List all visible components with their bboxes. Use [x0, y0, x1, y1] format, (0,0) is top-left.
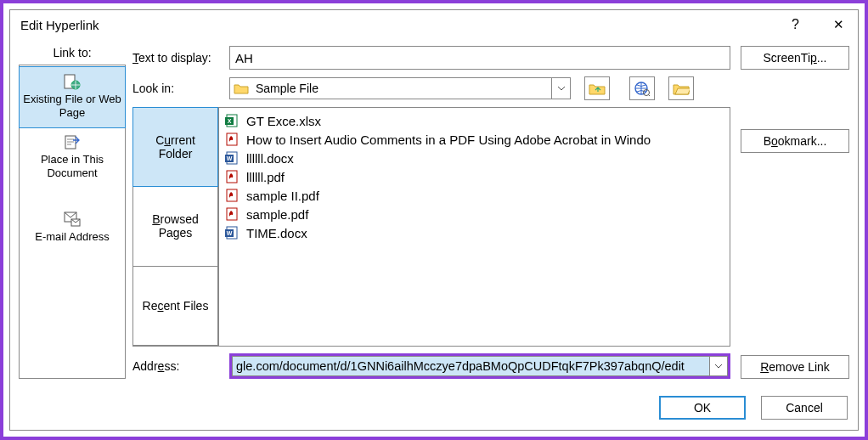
svg-text:W: W — [227, 230, 233, 236]
up-folder-icon — [589, 82, 606, 95]
screentip-button[interactable]: ScreenTip... — [741, 46, 849, 70]
file-list-item[interactable]: XGT Exce.xlsx — [224, 111, 724, 130]
linkto-item-label: E-mail Address — [35, 230, 109, 244]
dialog-title: Edit Hyperlink — [20, 18, 99, 32]
file-name: TIME.docx — [246, 226, 307, 240]
xlsx-file-icon: X — [224, 113, 240, 128]
docx-file-icon: W — [224, 225, 240, 240]
file-name: How to Insert Audio Comments in a PDF Us… — [246, 133, 651, 147]
linkto-item-label: Existing File or Web Page — [21, 93, 123, 119]
address-row: Address: — [132, 353, 730, 379]
window-controls: ? ✕ — [785, 14, 851, 36]
linkto-existing-file[interactable]: Existing File or Web Page — [19, 66, 126, 128]
pdf-file-icon — [224, 169, 240, 184]
open-folder-icon — [673, 82, 690, 95]
pdf-file-icon — [224, 206, 240, 222]
file-list-item[interactable]: sample.pdf — [224, 205, 724, 223]
file-name: llllll.docx — [246, 151, 294, 166]
bookmark-button[interactable]: Bookmark... — [741, 129, 849, 153]
dialog-body: Link to: Existing File or Web Page Place… — [10, 39, 858, 387]
annotation-frame: Edit Hyperlink ? ✕ Link to: Existing Fil… — [0, 0, 868, 440]
text-to-display-input[interactable] — [229, 46, 730, 70]
ok-button[interactable]: OK — [659, 396, 746, 420]
file-list-item[interactable]: How to Insert Audio Comments in a PDF Us… — [224, 130, 724, 149]
file-name: GT Exce.xlsx — [246, 114, 321, 128]
tab-browsed-pages[interactable]: BrowsedPages — [132, 186, 218, 266]
cancel-button[interactable]: Cancel — [761, 396, 848, 420]
tab-recent-files[interactable]: Recent Files — [132, 266, 218, 346]
edit-hyperlink-dialog: Edit Hyperlink ? ✕ Link to: Existing Fil… — [9, 9, 859, 431]
file-name: sample.pdf — [246, 207, 308, 222]
docx-file-icon: W — [224, 150, 240, 166]
linkto-item-label: Place in This Document — [21, 153, 123, 179]
link-to-label: Link to: — [53, 46, 91, 59]
address-highlight-frame — [229, 353, 730, 379]
link-to-column: Link to: Existing File or Web Page Place… — [19, 46, 126, 379]
pdf-file-icon — [224, 188, 240, 203]
chevron-down-icon — [714, 364, 723, 369]
file-list-item[interactable]: WTIME.docx — [224, 223, 724, 242]
web-browse-icon — [634, 81, 651, 96]
look-in-row: Look in: Sample File — [132, 76, 730, 100]
dialog-footer: OK Cancel — [10, 387, 858, 430]
browse-tabs: CurrentFolder BrowsedPages Recent Files — [133, 108, 218, 346]
help-button[interactable]: ? — [785, 14, 806, 36]
look-in-label: Look in: — [132, 82, 224, 95]
file-list-item[interactable]: llllll.pdf — [224, 167, 724, 186]
file-name: llllll.pdf — [246, 170, 285, 184]
pdf-file-icon — [224, 132, 240, 147]
file-list-item[interactable]: sample II.pdf — [224, 186, 724, 205]
close-button[interactable]: ✕ — [826, 14, 851, 36]
file-list[interactable]: XGT Exce.xlsxHow to Insert Audio Comment… — [218, 108, 730, 346]
browse-file-button[interactable] — [668, 76, 694, 100]
text-to-display-label: Text to display: — [132, 51, 224, 65]
folder-icon — [234, 82, 249, 94]
browse-web-button[interactable] — [629, 76, 655, 100]
linkto-email-address[interactable]: E-mail Address — [20, 205, 125, 252]
address-dropdown-button[interactable] — [709, 356, 728, 376]
svg-text:W: W — [227, 155, 233, 161]
file-name: sample II.pdf — [246, 189, 319, 203]
file-globe-icon — [62, 72, 82, 91]
linkto-place-in-doc[interactable]: Place in This Document — [20, 127, 125, 188]
text-to-display-row: Text to display: — [132, 46, 730, 70]
up-one-level-button[interactable] — [584, 76, 610, 100]
link-to-options: Existing File or Web Page Place in This … — [19, 65, 126, 379]
look-in-combo[interactable]: Sample File — [229, 77, 571, 99]
chevron-down-icon[interactable] — [551, 78, 570, 99]
tab-current-folder[interactable]: CurrentFolder — [132, 107, 218, 187]
remove-link-button[interactable]: Remove Link — [741, 355, 849, 379]
email-icon — [62, 210, 82, 228]
right-buttons-column: ScreenTip... Bookmark... Remove Link — [741, 46, 849, 379]
title-bar: Edit Hyperlink ? ✕ — [10, 10, 858, 39]
browse-area: CurrentFolder BrowsedPages Recent Files … — [132, 107, 730, 347]
place-doc-icon — [62, 133, 82, 151]
file-list-item[interactable]: Wllllll.docx — [224, 149, 724, 167]
address-input[interactable] — [232, 356, 709, 376]
svg-text:X: X — [228, 118, 232, 124]
address-label: Address: — [132, 359, 224, 373]
look-in-value: Sample File — [256, 82, 551, 95]
main-column: Text to display: Look in: Sample File — [132, 46, 730, 379]
